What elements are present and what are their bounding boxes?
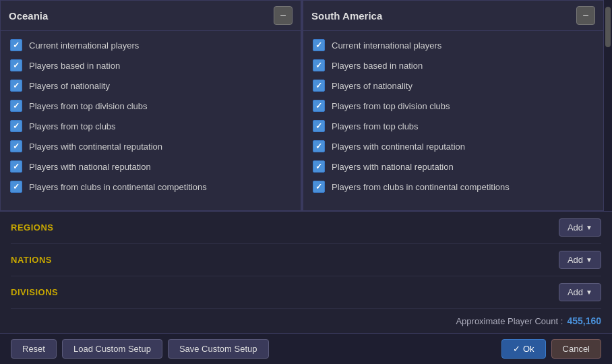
oceania-checkbox-item-1[interactable]: Players based in nation: [1, 55, 301, 75]
player-count-value: 455,160: [567, 315, 601, 326]
south-america-checkbox-label-4: Players from top clubs: [332, 121, 419, 131]
main-content: Oceania − Current international playersP…: [0, 0, 612, 211]
oceania-checkbox-1: [10, 59, 22, 71]
oceania-checkbox-item-6[interactable]: Players with national reputation: [1, 156, 301, 177]
oceania-checkbox-2: [10, 80, 22, 92]
section-add-button-1[interactable]: Add ▼: [559, 251, 601, 269]
south-america-checkbox-0: [313, 39, 325, 51]
south-america-checkbox-item-1[interactable]: Players based in nation: [303, 55, 603, 75]
section-label-1: NATIONS: [11, 255, 52, 265]
south-america-checkbox-3: [313, 100, 325, 112]
oceania-checkbox-5: [10, 140, 22, 152]
oceania-checkbox-label-4: Players from top clubs: [29, 121, 116, 131]
south-america-checkbox-label-1: Players based in nation: [332, 61, 423, 71]
oceania-checkbox-item-5[interactable]: Players with continental reputation: [1, 136, 301, 156]
south-america-checkbox-item-4[interactable]: Players from top clubs: [303, 116, 603, 136]
oceania-panel-header: Oceania −: [1, 1, 301, 31]
south-america-checkbox-4: [313, 120, 325, 132]
bottom-section: REGIONSAdd ▼NATIONSAdd ▼DIVISIONSAdd ▼ A…: [0, 211, 612, 333]
oceania-checkbox-label-0: Current international players: [29, 40, 139, 51]
load-custom-setup-button[interactable]: Load Custom Setup: [62, 339, 162, 359]
footer-left: Reset Load Custom Setup Save Custom Setu…: [11, 339, 269, 359]
south-america-panel: South America − Current international pl…: [303, 0, 604, 211]
south-america-checkbox-item-3[interactable]: Players from top division clubs: [303, 96, 603, 116]
south-america-panel-header: South America −: [303, 1, 603, 31]
oceania-checkbox-item-0[interactable]: Current international players: [1, 35, 301, 55]
oceania-remove-button[interactable]: −: [274, 6, 293, 25]
south-america-checkbox-item-0[interactable]: Current international players: [303, 35, 603, 55]
oceania-checkbox-label-1: Players based in nation: [29, 61, 120, 71]
ok-checkmark-icon: ✓: [513, 344, 520, 354]
section-label-2: DIVISIONS: [11, 287, 58, 297]
section-row-0: REGIONSAdd ▼: [11, 212, 601, 244]
south-america-checkbox-2: [313, 80, 325, 92]
sections-row: REGIONSAdd ▼NATIONSAdd ▼DIVISIONSAdd ▼: [0, 212, 612, 309]
oceania-checkbox-4: [10, 120, 22, 132]
oceania-checkbox-item-3[interactable]: Players from top division clubs: [1, 96, 301, 116]
south-america-checkbox-6: [313, 160, 325, 173]
south-america-checkbox-label-6: Players with national reputation: [332, 162, 454, 172]
footer: Reset Load Custom Setup Save Custom Setu…: [0, 333, 612, 364]
section-row-1: NATIONSAdd ▼: [11, 244, 601, 276]
player-count-row: Approximate Player Count : 455,160: [0, 309, 612, 333]
south-america-checkbox-label-2: Players of nationality: [332, 81, 412, 91]
ok-button[interactable]: ✓ Ok: [501, 339, 546, 359]
add-label-0: Add: [568, 222, 583, 233]
south-america-checkbox-label-5: Players with continental reputation: [332, 142, 465, 152]
oceania-checkbox-list: Current international playersPlayers bas…: [1, 31, 301, 201]
south-america-checkbox-label-0: Current international players: [332, 40, 441, 51]
add-label-2: Add: [568, 287, 583, 297]
south-america-checkbox-label-3: Players from top division clubs: [332, 101, 450, 111]
south-america-title: South America: [311, 10, 382, 22]
chevron-down-icon-1: ▼: [586, 256, 592, 264]
oceania-checkbox-label-2: Players of nationality: [29, 81, 110, 91]
section-row-2: DIVISIONSAdd ▼: [11, 276, 601, 309]
oceania-checkbox-item-7[interactable]: Players from clubs in continental compet…: [1, 177, 301, 197]
scrollbar[interactable]: [604, 0, 612, 211]
scrollbar-thumb: [605, 7, 611, 47]
oceania-checkbox-3: [10, 100, 22, 112]
oceania-checkbox-label-6: Players with national reputation: [29, 162, 151, 172]
ok-label: Ok: [523, 344, 534, 354]
oceania-checkbox-item-4[interactable]: Players from top clubs: [1, 116, 301, 136]
save-custom-setup-button[interactable]: Save Custom Setup: [168, 339, 269, 359]
oceania-checkbox-label-7: Players from clubs in continental compet…: [29, 182, 207, 192]
chevron-down-icon-0: ▼: [586, 224, 592, 231]
oceania-checkbox-7: [10, 181, 22, 193]
player-count-label: Approximate Player Count :: [456, 316, 563, 326]
cancel-button[interactable]: Cancel: [551, 339, 601, 359]
south-america-remove-button[interactable]: −: [576, 6, 595, 25]
south-america-checkbox-item-2[interactable]: Players of nationality: [303, 75, 603, 96]
south-america-checkbox-5: [313, 140, 325, 152]
oceania-checkbox-0: [10, 39, 22, 51]
south-america-checkbox-list: Current international playersPlayers bas…: [303, 31, 603, 201]
oceania-checkbox-6: [10, 160, 22, 173]
south-america-checkbox-1: [313, 59, 325, 71]
section-add-button-2[interactable]: Add ▼: [559, 283, 601, 301]
oceania-title: Oceania: [9, 10, 48, 22]
panels-container: Oceania − Current international playersP…: [0, 0, 612, 211]
footer-right: ✓ Ok Cancel: [501, 339, 601, 359]
south-america-checkbox-label-7: Players from clubs in continental compet…: [332, 182, 510, 192]
section-label-0: REGIONS: [11, 222, 53, 233]
reset-button[interactable]: Reset: [11, 339, 57, 359]
add-label-1: Add: [568, 255, 583, 265]
oceania-checkbox-label-3: Players from top division clubs: [29, 101, 148, 111]
south-america-checkbox-item-6[interactable]: Players with national reputation: [303, 156, 603, 177]
south-america-checkbox-item-5[interactable]: Players with continental reputation: [303, 136, 603, 156]
oceania-checkbox-label-5: Players with continental reputation: [29, 142, 162, 152]
oceania-panel: Oceania − Current international playersP…: [0, 0, 301, 211]
south-america-checkbox-item-7[interactable]: Players from clubs in continental compet…: [303, 177, 603, 197]
south-america-checkbox-7: [313, 181, 325, 193]
oceania-checkbox-item-2[interactable]: Players of nationality: [1, 75, 301, 96]
chevron-down-icon-2: ▼: [586, 289, 592, 296]
section-add-button-0[interactable]: Add ▼: [559, 218, 601, 237]
